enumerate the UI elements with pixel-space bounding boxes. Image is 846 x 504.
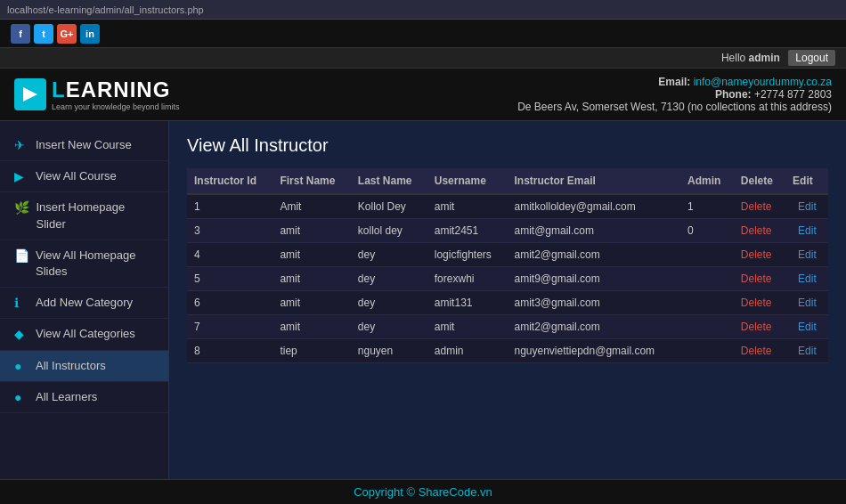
- sidebar-item-all-instructors[interactable]: ● All Instructors: [0, 351, 168, 382]
- footer-brand: ShareCode.vn: [419, 485, 492, 499]
- email-value[interactable]: info@nameyourdummy.co.za: [694, 76, 832, 88]
- cell-3: amit: [427, 194, 508, 219]
- delete-cell: Delete: [734, 291, 785, 315]
- col-instructor-email: Instructor Email: [507, 168, 680, 194]
- edit-link[interactable]: Edit: [798, 297, 817, 309]
- delete-link[interactable]: Delete: [741, 297, 772, 309]
- add-new-category-label: Add New Category: [36, 295, 133, 311]
- view-all-categories-icon: ◆: [14, 327, 28, 341]
- cell-5: 0: [680, 219, 734, 243]
- cell-0: 4: [187, 243, 273, 267]
- cell-1: amit: [273, 219, 350, 243]
- table-row: 3amitkollol deyamit2451amit@gmail.com0De…: [187, 219, 828, 243]
- content-area: View All Instructor Instructor IdFirst N…: [169, 121, 846, 504]
- linkedin-icon[interactable]: in: [80, 24, 100, 44]
- sidebar-item-add-new-category[interactable]: ℹ Add New Category: [0, 288, 168, 319]
- cell-4: amit9@gmail.com: [507, 267, 680, 291]
- table-row: 1AmitKollol Deyamitamitkolloldey@gmail.c…: [187, 194, 828, 219]
- logged-in-username: admin: [749, 52, 780, 64]
- phone-line: Phone: +2774 877 2803: [517, 88, 832, 101]
- table-row: 8tiepnguyenadminnguyenviettiepdn@gmail.c…: [187, 339, 828, 363]
- cell-4: nguyenviettiepdn@gmail.com: [507, 339, 680, 363]
- delete-link[interactable]: Delete: [741, 224, 772, 237]
- sidebar-item-view-all-course[interactable]: ▶ View All Course: [0, 161, 168, 192]
- edit-cell: Edit: [785, 219, 828, 243]
- view-all-categories-label: View All Categories: [36, 326, 135, 342]
- cell-0: 5: [187, 267, 273, 291]
- edit-link[interactable]: Edit: [798, 248, 817, 261]
- email-label: Email:: [658, 76, 690, 88]
- insert-new-course-icon: ✈: [14, 138, 28, 152]
- cell-2: dey: [351, 315, 427, 339]
- sidebar-item-insert-new-course[interactable]: ✈ Insert New Course: [0, 130, 168, 161]
- table-row: 5amitdeyforexwhiamit9@gmail.comDeleteEdi…: [187, 267, 828, 291]
- cell-5: [680, 243, 734, 267]
- sidebar-item-insert-homepage-slider[interactable]: 🌿 Insert Homepage Slider: [0, 192, 168, 240]
- col-first-name: First Name: [273, 168, 350, 194]
- instructors-table: Instructor IdFirst NameLast NameUsername…: [187, 168, 828, 363]
- table-row: 6amitdeyamit131amit3@gmail.comDeleteEdit: [187, 291, 828, 315]
- cell-1: amit: [273, 315, 350, 339]
- all-instructors-label: All Instructors: [36, 358, 106, 374]
- delete-cell: Delete: [734, 219, 785, 243]
- delete-link[interactable]: Delete: [741, 345, 772, 357]
- logout-button[interactable]: Logout: [788, 50, 835, 66]
- edit-link[interactable]: Edit: [798, 321, 817, 333]
- table-row: 7amitdeyamitamit2@gmail.comDeleteEdit: [187, 315, 828, 339]
- cell-5: [680, 267, 734, 291]
- footer: Copyright © ShareCode.vn: [0, 479, 846, 504]
- logo-area: LEARNING Learn your knowledge beyond lim…: [14, 77, 180, 111]
- add-new-category-icon: ℹ: [14, 296, 28, 310]
- view-all-homepage-slides-label: View All Homepage Slides: [36, 248, 154, 280]
- cell-4: amit@gmail.com: [507, 219, 680, 243]
- cell-2: Kollol Dey: [351, 194, 427, 219]
- delete-link[interactable]: Delete: [741, 321, 772, 333]
- edit-link[interactable]: Edit: [798, 224, 817, 237]
- delete-cell: Delete: [734, 315, 785, 339]
- logo-icon: [14, 78, 46, 110]
- google-plus-icon[interactable]: G+: [57, 24, 77, 44]
- col-username: Username: [427, 168, 508, 194]
- edit-cell: Edit: [785, 339, 828, 363]
- cell-5: 1: [680, 194, 734, 219]
- delete-cell: Delete: [734, 243, 785, 267]
- logo-rest: EARNING: [66, 77, 171, 102]
- email-line: Email: info@nameyourdummy.co.za: [517, 76, 832, 88]
- cell-4: amit2@gmail.com: [507, 243, 680, 267]
- delete-link[interactable]: Delete: [741, 248, 772, 261]
- sidebar-item-view-all-categories[interactable]: ◆ View All Categories: [0, 319, 168, 350]
- sidebar-item-view-all-homepage-slides[interactable]: 📄 View All Homepage Slides: [0, 240, 168, 288]
- col-last-name: Last Name: [351, 168, 427, 194]
- delete-link[interactable]: Delete: [741, 272, 772, 285]
- all-instructors-icon: ●: [14, 359, 28, 373]
- cell-4: amitkolloldey@gmail.com: [507, 194, 680, 219]
- cell-0: 3: [187, 219, 273, 243]
- cell-2: kollol dey: [351, 219, 427, 243]
- table-header-row: Instructor IdFirst NameLast NameUsername…: [187, 168, 828, 194]
- twitter-icon[interactable]: t: [34, 24, 53, 44]
- delete-cell: Delete: [734, 194, 785, 219]
- edit-link[interactable]: Edit: [798, 345, 817, 357]
- browser-url: localhost/e-learning/admin/all_instructo…: [7, 4, 204, 15]
- edit-link[interactable]: Edit: [798, 200, 817, 213]
- sidebar-item-all-learners[interactable]: ● All Learners: [0, 382, 168, 413]
- address-line: De Beers Av, Somerset West, 7130 (no col…: [517, 101, 832, 113]
- browser-bar: localhost/e-learning/admin/all_instructo…: [0, 0, 846, 20]
- cell-2: nguyen: [351, 339, 427, 363]
- view-all-homepage-slides-icon: 📄: [14, 248, 28, 263]
- delete-cell: Delete: [734, 267, 785, 291]
- main-layout: ✈ Insert New Course ▶ View All Course 🌿 …: [0, 121, 846, 504]
- phone-value: +2774 877 2803: [754, 88, 832, 101]
- cell-1: amit: [273, 291, 350, 315]
- edit-cell: Edit: [785, 267, 828, 291]
- svg-marker-0: [23, 87, 37, 102]
- cell-3: admin: [427, 339, 508, 363]
- edit-link[interactable]: Edit: [798, 272, 817, 285]
- cell-3: amit131: [427, 291, 508, 315]
- edit-cell: Edit: [785, 194, 828, 219]
- col-instructor-id: Instructor Id: [187, 168, 273, 194]
- all-learners-icon: ●: [14, 390, 28, 404]
- facebook-icon[interactable]: f: [11, 24, 30, 44]
- hello-text: Hello: [721, 52, 745, 64]
- delete-link[interactable]: Delete: [741, 200, 772, 213]
